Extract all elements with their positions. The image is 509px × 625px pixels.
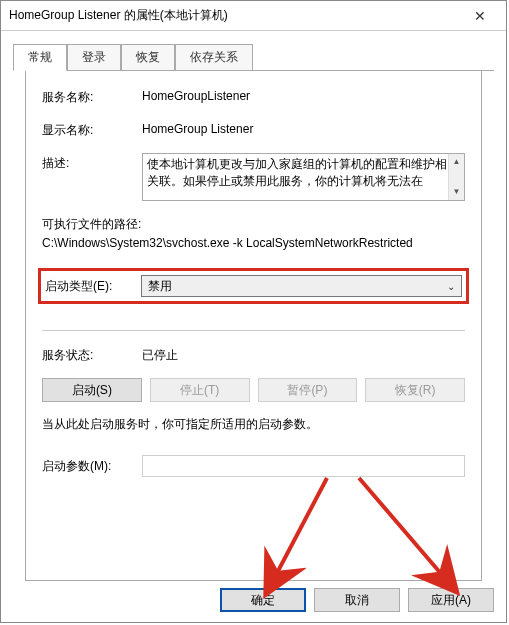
resume-button: 恢复(R) [365, 378, 465, 402]
exe-path-value: C:\Windows\System32\svchost.exe -k Local… [42, 234, 465, 253]
start-params-note: 当从此处启动服务时，你可指定所适用的启动参数。 [42, 416, 465, 433]
display-name-value: HomeGroup Listener [142, 120, 465, 136]
tabbar-wrap: 常规 登录 恢复 依存关系 服务名称: HomeGroupListener 显示… [1, 31, 506, 581]
row-display-name: 显示名称: HomeGroup Listener [42, 120, 465, 139]
service-status-label: 服务状态: [42, 345, 142, 364]
startup-type-value: 禁用 [148, 278, 172, 295]
row-start-params: 启动参数(M): [42, 455, 465, 477]
startup-type-select[interactable]: 禁用 ⌄ [141, 275, 462, 297]
pause-button: 暂停(P) [258, 378, 358, 402]
cancel-button[interactable]: 取消 [314, 588, 400, 612]
startup-type-row: 启动类型(E): 禁用 ⌄ [38, 268, 469, 304]
tabbar: 常规 登录 恢复 依存关系 [13, 43, 494, 71]
properties-dialog: HomeGroup Listener 的属性(本地计算机) ✕ 常规 登录 恢复… [0, 0, 507, 623]
exe-path-block: 可执行文件的路径: C:\Windows\System32\svchost.ex… [42, 215, 465, 252]
close-button[interactable]: ✕ [458, 2, 502, 30]
startup-type-label: 启动类型(E): [45, 278, 141, 295]
close-icon: ✕ [474, 9, 486, 23]
start-params-label: 启动参数(M): [42, 458, 142, 475]
service-name-label: 服务名称: [42, 87, 142, 106]
titlebar: HomeGroup Listener 的属性(本地计算机) ✕ [1, 1, 506, 31]
chevron-down-icon: ⌄ [447, 281, 455, 292]
description-text: 使本地计算机更改与加入家庭组的计算机的配置和维护相关联。如果停止或禁用此服务，你… [147, 157, 447, 188]
tab-recovery[interactable]: 恢复 [121, 44, 175, 71]
ok-button[interactable]: 确定 [220, 588, 306, 612]
tab-general[interactable]: 常规 [13, 44, 67, 71]
start-button[interactable]: 启动(S) [42, 378, 142, 402]
description-textbox[interactable]: 使本地计算机更改与加入家庭组的计算机的配置和维护相关联。如果停止或禁用此服务，你… [142, 153, 465, 201]
scroll-up-icon[interactable]: ▲ [453, 154, 461, 170]
display-name-label: 显示名称: [42, 120, 142, 139]
tab-panel-general: 服务名称: HomeGroupListener 显示名称: HomeGroup … [25, 71, 482, 581]
description-scrollbar[interactable]: ▲ ▼ [448, 154, 464, 200]
start-params-input [142, 455, 465, 477]
apply-button[interactable]: 应用(A) [408, 588, 494, 612]
exe-path-label: 可执行文件的路径: [42, 215, 465, 234]
service-control-buttons: 启动(S) 停止(T) 暂停(P) 恢复(R) [42, 378, 465, 402]
dialog-button-row: 确定 取消 应用(A) [220, 588, 494, 612]
row-service-status: 服务状态: 已停止 [42, 345, 465, 364]
stop-button: 停止(T) [150, 378, 250, 402]
window-title: HomeGroup Listener 的属性(本地计算机) [9, 7, 228, 24]
row-description: 描述: 使本地计算机更改与加入家庭组的计算机的配置和维护相关联。如果停止或禁用此… [42, 153, 465, 201]
description-label: 描述: [42, 153, 142, 172]
service-status-value: 已停止 [142, 345, 465, 364]
scroll-down-icon[interactable]: ▼ [453, 184, 461, 200]
divider [42, 330, 465, 331]
tab-logon[interactable]: 登录 [67, 44, 121, 71]
tab-dependencies[interactable]: 依存关系 [175, 44, 253, 71]
service-name-value: HomeGroupListener [142, 87, 465, 103]
row-service-name: 服务名称: HomeGroupListener [42, 87, 465, 106]
